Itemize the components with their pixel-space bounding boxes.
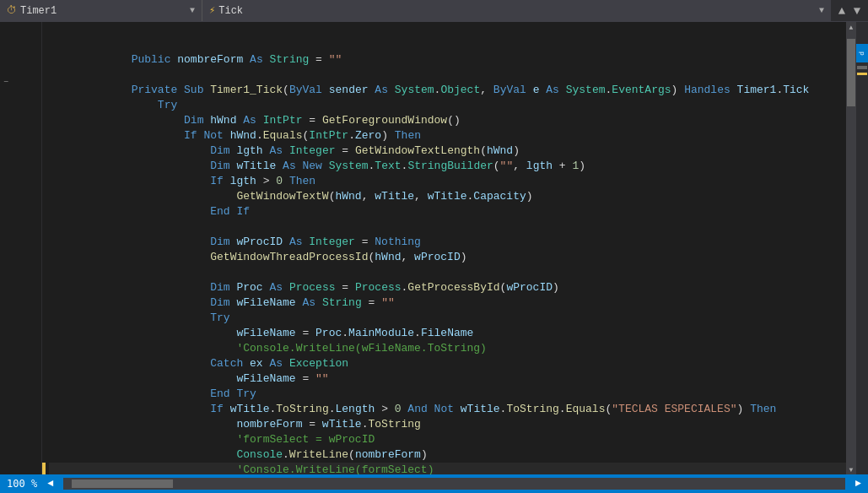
- method-dropdown[interactable]: ⚡ Tick ▼: [202, 0, 831, 21]
- execution-marker: [42, 463, 46, 474]
- scroll-left-btn[interactable]: ◄: [47, 478, 53, 490]
- timer-icon: ⏱: [7, 4, 17, 17]
- code-line: Dim Proc As Process = Process.GetProcess…: [52, 265, 846, 280]
- method-arrow-icon: ▼: [819, 6, 824, 15]
- horizontal-scrollbar[interactable]: [63, 478, 844, 490]
- vertical-scrollbar[interactable]: ▲ ▼: [846, 22, 856, 474]
- right-margin-panel: p: [856, 22, 868, 474]
- scrollbar-thumb[interactable]: [847, 39, 855, 106]
- scroll-down-arrow[interactable]: ▼: [846, 464, 856, 474]
- editor-window: ⏱ Timer1 ▼ ⚡ Tick ▼ ▲ ▼ −: [0, 0, 868, 493]
- collapse-button[interactable]: −: [0, 76, 12, 88]
- scroll-up-btn[interactable]: ▲: [834, 3, 849, 19]
- class-label: Timer1: [20, 5, 190, 17]
- scroll-up-arrow[interactable]: ▲: [846, 22, 856, 32]
- top-bar-buttons: ▲ ▼: [831, 0, 868, 21]
- horizontal-scrollbar-thumb[interactable]: [72, 479, 173, 488]
- margin-indicator-yellow: [857, 73, 867, 75]
- tick-icon: ⚡: [209, 4, 215, 17]
- status-bar: 100 % ◄ ►: [0, 474, 868, 493]
- code-line: Dim wProcID As Integer = Nothing: [52, 219, 846, 235]
- class-arrow-icon: ▼: [190, 6, 195, 15]
- scroll-right-btn[interactable]: ►: [855, 478, 861, 490]
- editor-area: −: [0, 22, 868, 474]
- code-line: Private Sub Timer1_Tick(ByVal sender As …: [52, 68, 846, 83]
- code-content[interactable]: Public nombreForm As String = "" Private…: [42, 22, 846, 474]
- code-gutter: −: [0, 22, 12, 474]
- class-dropdown[interactable]: ⏱ Timer1 ▼: [0, 0, 202, 21]
- margin-indicator: [857, 66, 867, 69]
- code-line: Public nombreForm As String = "": [52, 37, 846, 52]
- expand-right-btn[interactable]: p: [856, 44, 868, 62]
- line-numbers: [12, 22, 42, 474]
- code-line: [52, 22, 846, 37]
- scroll-down-btn[interactable]: ▼: [849, 3, 865, 19]
- method-label: Tick: [218, 5, 819, 17]
- top-bar: ⏱ Timer1 ▼ ⚡ Tick ▼ ▲ ▼: [0, 0, 868, 22]
